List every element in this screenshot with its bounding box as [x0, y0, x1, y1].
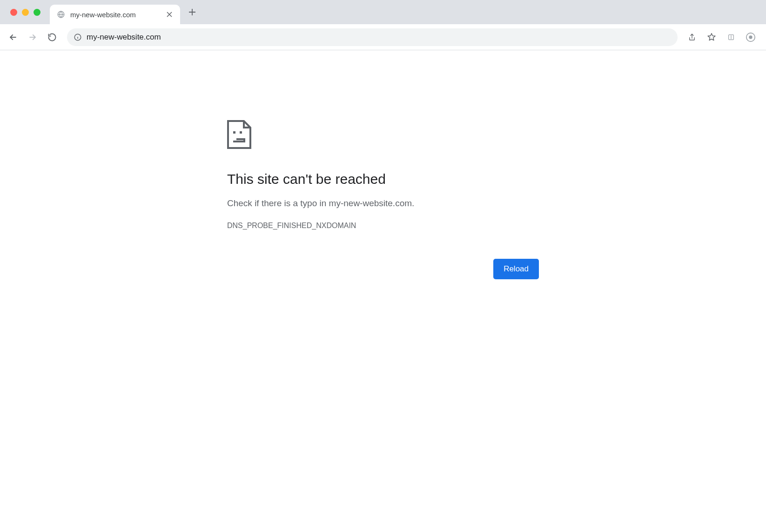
page-content: This site can't be reached Check if ther…: [0, 50, 766, 279]
error-container: This site can't be reached Check if ther…: [227, 120, 539, 279]
error-title: This site can't be reached: [227, 171, 539, 187]
maximize-window-button[interactable]: [34, 9, 40, 16]
error-message: Check if there is a typo in my-new-websi…: [227, 198, 539, 209]
share-button[interactable]: [684, 29, 700, 45]
error-code: DNS_PROBE_FINISHED_NXDOMAIN: [227, 222, 539, 230]
globe-icon: [56, 10, 66, 19]
svg-rect-8: [240, 131, 242, 134]
browser-tab[interactable]: my-new-website.com: [50, 5, 180, 24]
extensions-button[interactable]: [723, 29, 739, 45]
address-bar[interactable]: my-new-website.com: [67, 28, 678, 46]
minimize-window-button[interactable]: [22, 9, 29, 16]
forward-button[interactable]: [24, 29, 41, 46]
reload-nav-button[interactable]: [44, 29, 60, 46]
svg-point-6: [749, 35, 752, 39]
reload-button[interactable]: Reload: [493, 259, 539, 279]
tab-strip: my-new-website.com: [0, 0, 766, 24]
toolbar: my-new-website.com: [0, 24, 766, 50]
toolbar-actions: [684, 29, 761, 45]
svg-rect-7: [233, 131, 235, 134]
bookmark-button[interactable]: [704, 29, 719, 45]
new-tab-button[interactable]: [184, 4, 201, 20]
url-text: my-new-website.com: [87, 33, 161, 42]
profile-button[interactable]: [743, 29, 759, 45]
tab-title: my-new-website.com: [70, 11, 161, 19]
back-button[interactable]: [5, 29, 21, 46]
sad-page-icon: [227, 120, 539, 149]
window-controls: [5, 0, 50, 24]
site-info-icon[interactable]: [74, 33, 82, 41]
close-tab-button[interactable]: [165, 10, 174, 19]
close-window-button[interactable]: [10, 9, 17, 16]
